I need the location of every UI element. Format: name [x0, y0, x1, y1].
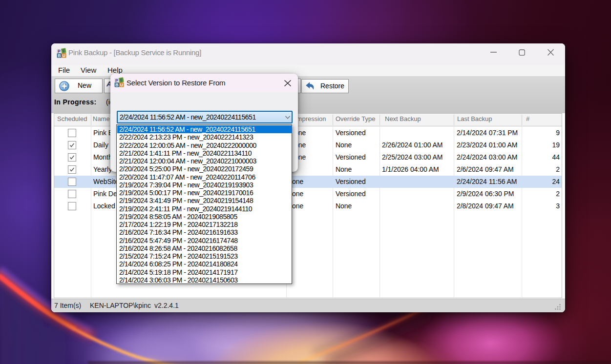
svg-text:B: B [58, 53, 61, 58]
svg-text:U: U [120, 82, 123, 87]
svg-text:U: U [63, 53, 65, 58]
svg-text:B: B [115, 82, 118, 87]
